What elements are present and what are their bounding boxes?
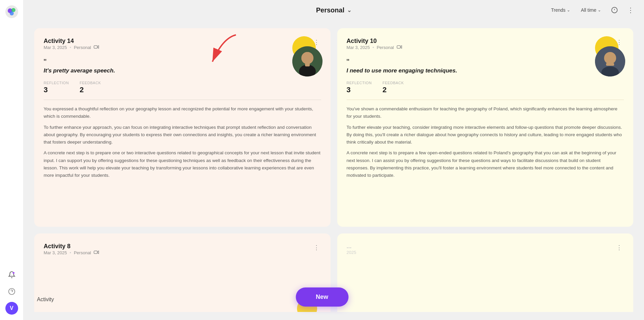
activity-8-card: Activity 8 Mar 3, 2025 • Personal ⋮	[34, 233, 331, 312]
card-10-feedback-value: 2	[383, 86, 404, 94]
workspace-name: Personal	[316, 6, 344, 14]
new-button-container: New	[296, 287, 348, 307]
header: Personal ⌄ Trends ⌄ All time ⌄ ⋮	[23, 0, 644, 20]
activity-10-card: Activity 10 Mar 3, 2025 • Personal	[337, 28, 634, 227]
card-10-meta: Mar 3, 2025 • Personal	[347, 45, 402, 50]
svg-rect-25	[607, 61, 609, 64]
card-8-header: Activity 8 Mar 3, 2025 • Personal ⋮	[44, 243, 321, 262]
card-8-more-button[interactable]: ⋮	[312, 243, 321, 252]
more-options-button[interactable]: ⋮	[625, 5, 636, 15]
card-10-avatar-area	[585, 36, 625, 76]
card-8-title-area: Activity 8 Mar 3, 2025 • Personal	[44, 243, 99, 262]
card-14-title: Activity 14	[44, 38, 99, 45]
card-10-title: Activity 10	[347, 38, 402, 45]
app-logo[interactable]	[5, 5, 18, 18]
card-14-title-area: Activity 14 Mar 3, 2025 • Personal	[44, 38, 99, 57]
card-10-para-2: To further elevate your teaching, consid…	[347, 124, 624, 146]
card-10-date: Mar 3, 2025	[347, 45, 370, 50]
activity-14-card: Activity 14 Mar 3, 2025 • Personal	[34, 28, 331, 227]
card-14-para-1: You expressed a thoughtful reflection on…	[44, 105, 321, 120]
card-14-reflection: REFLECTION 3	[44, 81, 69, 94]
card-8-title: Activity 8	[44, 243, 99, 250]
card-10-body: You've shown a commendable enthusiasm fo…	[347, 105, 624, 179]
card-14-stats: REFLECTION 3 FEEDBACK 2	[44, 81, 321, 94]
card-14-avatar-area	[282, 36, 323, 76]
card-8-workspace: Personal	[74, 250, 91, 255]
card-10-reflection: REFLECTION 3	[347, 81, 372, 94]
card-8-meta: Mar 3, 2025 • Personal	[44, 250, 99, 255]
svg-point-3	[10, 11, 14, 15]
card-right-header: ... 2025 ⋮	[347, 243, 624, 262]
card-10-workspace: Personal	[377, 45, 394, 50]
card-right-meta: 2025	[347, 250, 356, 255]
svg-rect-26	[94, 251, 97, 254]
activity-bottom-label: Activity	[37, 297, 54, 303]
card-14-quote-text: It's pretty average speech.	[44, 67, 191, 74]
card-10-quote-text: I need to use more engaging techniques.	[347, 67, 494, 74]
card-8-date: Mar 3, 2025	[44, 250, 67, 255]
trends-label: Trends	[551, 7, 565, 13]
meta-dot: •	[69, 45, 71, 50]
card-10-para-3: A concrete next step is to prepare a few…	[347, 149, 624, 179]
activity-right-card: ... 2025 ⋮	[337, 233, 634, 312]
card-14-header: Activity 14 Mar 3, 2025 • Personal	[44, 38, 321, 57]
alltime-button[interactable]: All time ⌄	[578, 6, 604, 14]
feedback-label-2: FEEDBACK	[383, 81, 404, 85]
main-content: Personal ⌄ Trends ⌄ All time ⌄ ⋮	[23, 0, 644, 320]
notification-icon[interactable]	[5, 268, 18, 281]
card-14-para-3: A concrete next step is to prepare one o…	[44, 149, 321, 179]
card-10-header: Activity 10 Mar 3, 2025 • Personal	[347, 38, 624, 57]
feedback-label: FEEDBACK	[80, 81, 101, 85]
video-icon-3	[94, 250, 99, 255]
sidebar: V	[0, 0, 23, 320]
card-10-avatar	[595, 46, 625, 76]
video-icon	[94, 45, 99, 50]
info-button[interactable]	[609, 5, 620, 15]
card-14-avatar	[292, 46, 323, 76]
card-right-date: 2025	[347, 250, 356, 255]
card-10-reflection-value: 3	[347, 86, 372, 94]
card-14-body: You expressed a thoughtful reflection on…	[44, 105, 321, 179]
card-14-reflection-value: 3	[44, 86, 69, 94]
alltime-chevron-icon: ⌄	[598, 8, 601, 12]
help-icon[interactable]	[5, 285, 18, 298]
reflection-label-2: REFLECTION	[347, 81, 372, 85]
card-10-feedback: FEEDBACK 2	[383, 81, 404, 94]
card-right-more-button[interactable]: ⋮	[614, 243, 624, 252]
new-button[interactable]: New	[296, 287, 348, 307]
card-10-quote-mark: "	[347, 58, 624, 66]
meta-dot-2: •	[373, 45, 374, 50]
card-14-meta: Mar 3, 2025 • Personal	[44, 45, 99, 50]
card-14-feedback-value: 2	[80, 86, 101, 94]
card-10-stats: REFLECTION 3 FEEDBACK 2	[347, 81, 624, 94]
svg-point-4	[12, 272, 14, 274]
svg-rect-18	[307, 60, 308, 64]
workspace-title[interactable]: Personal ⌄	[316, 6, 351, 14]
cards-grid: Activity 14 Mar 3, 2025 • Personal	[23, 20, 644, 320]
svg-point-22	[604, 52, 616, 64]
card-right-title-area: ... 2025	[347, 243, 356, 262]
svg-rect-17	[305, 61, 306, 65]
chevron-down-icon: ⌄	[347, 7, 351, 13]
trends-button[interactable]: Trends ⌄	[548, 6, 573, 14]
card-14-divider	[44, 100, 321, 100]
card-10-title-area: Activity 10 Mar 3, 2025 • Personal	[347, 38, 402, 57]
card-14-workspace: Personal	[74, 45, 91, 50]
svg-rect-11	[94, 46, 97, 48]
header-actions: Trends ⌄ All time ⌄ ⋮	[548, 5, 636, 15]
card-10-divider	[347, 100, 624, 100]
alltime-label: All time	[581, 7, 596, 13]
card-14-feedback: FEEDBACK 2	[80, 81, 101, 94]
user-avatar[interactable]: V	[5, 302, 18, 315]
card-14-date: Mar 3, 2025	[44, 45, 67, 50]
card-14-para-2: To further enhance your approach, you ca…	[44, 124, 321, 146]
card-right-title: ...	[347, 243, 356, 250]
meta-dot-3: •	[69, 250, 71, 255]
trends-chevron-icon: ⌄	[567, 8, 570, 12]
card-10-para-1: You've shown a commendable enthusiasm fo…	[347, 105, 624, 120]
card-14-quote-mark: "	[44, 58, 321, 66]
video-icon-2	[397, 45, 402, 50]
svg-rect-19	[308, 61, 310, 65]
reflection-label: REFLECTION	[44, 81, 69, 85]
svg-rect-20	[397, 46, 400, 48]
